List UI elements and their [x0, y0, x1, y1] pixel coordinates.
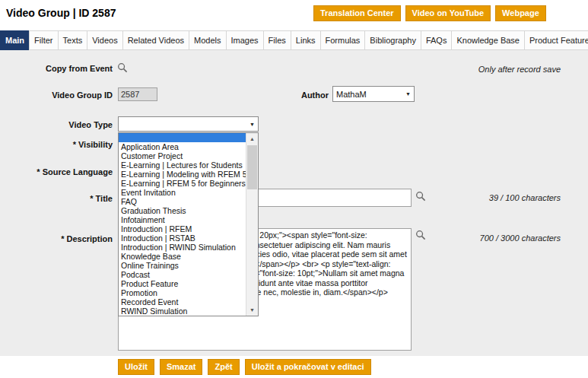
footer-actions: Uložit Smazat Zpět Uložit a pokračovat v… [118, 359, 371, 375]
video-group-page: Video Group | ID 2587 Translation Center… [0, 0, 588, 378]
copy-from-event-label: Copy from Event [0, 64, 113, 73]
video-type-option[interactable]: Event Invitation [119, 188, 246, 197]
video-type-option[interactable]: Graduation Thesis [119, 206, 246, 215]
video-group-id-input[interactable] [118, 87, 157, 101]
page-title: Video Group | ID 2587 [6, 7, 116, 19]
video-type-option[interactable]: E-Learning | Modeling with RFEM 5 [119, 170, 246, 179]
author-select-value: MathaM [336, 90, 367, 99]
title-search-icon[interactable] [415, 191, 426, 202]
description-character-counter: 700 / 3000 characters [480, 233, 561, 243]
scroll-thumb[interactable] [247, 145, 257, 189]
author-label: Author [251, 91, 329, 100]
delete-button[interactable]: Smazat [160, 359, 203, 375]
video-type-option[interactable]: E-Learning | Lectures for Students [119, 160, 246, 170]
video-type-option[interactable]: Application Area [119, 142, 246, 151]
video-type-option[interactable]: Introduction | RWIND Simulation [119, 243, 246, 252]
webpage-button[interactable]: Webpage [495, 5, 546, 21]
scroll-down-button[interactable]: ▼ [246, 304, 258, 316]
video-on-youtube-button[interactable]: Video on YouTube [405, 5, 491, 21]
description-label: * Description [0, 234, 113, 243]
tab[interactable]: Links [291, 30, 321, 50]
tab[interactable]: Texts [58, 30, 88, 50]
copy-from-event-search-icon[interactable] [117, 62, 128, 73]
author-select-arrow-icon: ▼ [405, 91, 411, 97]
video-type-option[interactable]: Podcast [119, 270, 246, 279]
video-type-options: Application AreaCustomer ProjectE-Learni… [119, 133, 246, 316]
header-actions: Translation Center Video on YouTube Webp… [313, 5, 546, 21]
tab[interactable]: Videos [87, 30, 122, 50]
video-type-label: Video Type [0, 120, 113, 129]
tab-bar: MainFilterTextsVideosRelated VideosModel… [0, 30, 588, 50]
visibility-label: * Visibility [0, 140, 113, 149]
source-language-label: * Source Language [0, 167, 113, 176]
video-type-option[interactable]: Online Trainings [119, 261, 246, 270]
video-type-option[interactable]: E-Learning | RFEM 5 for Beginners [119, 179, 246, 188]
translation-center-button[interactable]: Translation Center [313, 5, 401, 21]
video-group-id-label: Video Group ID [0, 91, 113, 100]
video-type-option[interactable]: FAQ [119, 197, 246, 206]
video-type-option[interactable]: Recorded Event [119, 297, 246, 307]
tab[interactable]: Main [0, 30, 30, 50]
save-and-continue-button[interactable]: Uložit a pokračovat v editaci [245, 359, 371, 375]
video-type-option[interactable]: Knowledge Base [119, 252, 246, 261]
video-type-select[interactable]: ▼ [118, 116, 259, 132]
tab[interactable]: FAQs [421, 30, 453, 50]
tab[interactable]: Formulas [320, 30, 366, 50]
tab[interactable]: Filter [29, 30, 58, 50]
video-type-select-arrow-icon: ▼ [250, 122, 255, 127]
video-type-option[interactable]: Introduction | RSTAB [119, 233, 246, 243]
video-type-option[interactable]: Promotion [119, 288, 246, 297]
tab[interactable]: Images [226, 30, 264, 50]
tab[interactable]: Knowledge Base [451, 30, 525, 50]
title-character-counter: 39 / 100 characters [489, 193, 561, 202]
tab[interactable]: Bibliography [364, 30, 421, 50]
tab[interactable]: Related Videos [122, 30, 189, 50]
scroll-up-button[interactable]: ▲ [246, 133, 258, 145]
title-label: * Title [0, 194, 113, 203]
video-type-option[interactable]: Infotainment [119, 215, 246, 224]
only-after-record-save-note: Only after record save [478, 65, 561, 74]
video-type-option[interactable]: Customer Project [119, 151, 246, 160]
video-type-option[interactable]: Product Feature [119, 279, 246, 288]
video-type-option[interactable] [119, 133, 246, 142]
video-type-dropdown-list: Application AreaCustomer ProjectE-Learni… [118, 132, 259, 316]
video-type-option[interactable]: Introduction | RFEM [119, 224, 246, 233]
tab[interactable]: Files [263, 30, 291, 50]
dropdown-scrollbar[interactable]: ▲ ▼ [246, 133, 258, 316]
description-search-icon[interactable] [415, 230, 426, 240]
tab[interactable]: Models [189, 30, 226, 50]
video-type-option[interactable]: RWIND Simulation [119, 307, 246, 316]
tab[interactable]: Product Features [524, 30, 588, 50]
author-select[interactable]: MathaM ▼ [332, 86, 415, 102]
save-button[interactable]: Uložit [118, 359, 154, 375]
back-button[interactable]: Zpět [208, 359, 239, 375]
